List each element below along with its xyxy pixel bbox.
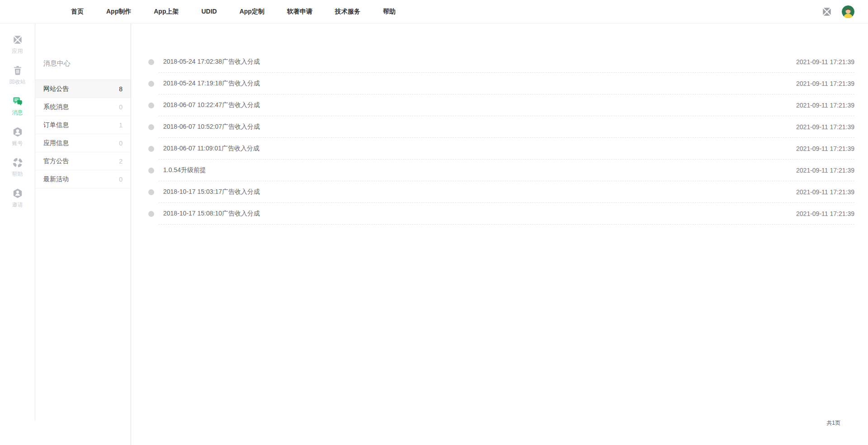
unread-dot-icon <box>148 81 154 87</box>
message-title: 2018-10-17 15:08:10广告收入分成 <box>163 210 260 218</box>
message-row[interactable]: 2018-10-17 15:08:10广告收入分成 2021-09-11 17:… <box>131 203 868 225</box>
sidebar-item-latest-activities[interactable]: 最新活动 0 <box>35 170 131 188</box>
message-icon <box>12 95 24 107</box>
message-row[interactable]: 2018-06-07 11:09:01广告收入分成 2021-09-11 17:… <box>131 138 868 159</box>
unread-dot-icon <box>148 211 154 217</box>
message-row[interactable]: 2018-05-24 17:02:38广告收入分成 2021-09-11 17:… <box>131 51 868 73</box>
unread-count-badge: 1 <box>119 122 123 129</box>
sidebar-item-label: 系统消息 <box>43 103 69 111</box>
message-title: 2018-06-07 10:52:07广告收入分成 <box>163 123 260 131</box>
nav-item-udid[interactable]: UDID <box>201 8 217 16</box>
message-row[interactable]: 2018-06-07 10:22:47广告收入分成 2021-09-11 17:… <box>131 94 868 116</box>
message-date: 2021-09-11 17:21:39 <box>796 188 854 196</box>
message-title: 2018-06-07 11:09:01广告收入分成 <box>163 145 259 153</box>
message-title: 2018-05-24 17:02:38广告收入分成 <box>163 58 260 66</box>
nav-item-app-make[interactable]: App制作 <box>106 8 131 16</box>
message-list: 2018-05-24 17:02:38广告收入分成 2021-09-11 17:… <box>131 23 868 225</box>
left-icon-rail: 应用 回收站 消息 账号 帮助 邀请 <box>0 23 35 420</box>
sidebar-item-system-messages[interactable]: 系统消息 0 <box>35 98 131 116</box>
avatar-icon <box>842 5 854 18</box>
rail-item-account[interactable]: 账号 <box>0 121 35 152</box>
top-navigation-bar: 首页 App制作 App上架 UDID App定制 软著申请 技术服务 帮助 <box>0 0 868 23</box>
rail-item-label: 邀请 <box>12 201 23 209</box>
sidebar-item-label: 网站公告 <box>43 85 69 93</box>
message-date: 2021-09-11 17:21:39 <box>796 80 854 87</box>
unread-count-badge: 0 <box>119 103 123 111</box>
account-icon <box>12 126 24 138</box>
invite-icon <box>12 187 24 199</box>
message-date: 2021-09-11 17:21:39 <box>796 58 854 66</box>
message-row[interactable]: 1.0.54升级前提 2021-09-11 17:21:39 <box>131 159 868 181</box>
message-list-panel: 2018-05-24 17:02:38广告收入分成 2021-09-11 17:… <box>131 23 868 445</box>
sidebar-title: 消息中心 <box>35 23 131 80</box>
rail-item-help[interactable]: 帮助 <box>0 152 35 183</box>
user-avatar[interactable] <box>842 5 854 18</box>
nav-item-app-publish[interactable]: App上架 <box>154 8 179 16</box>
sidebar-item-site-announcements[interactable]: 网站公告 8 <box>35 80 131 98</box>
rail-item-invite[interactable]: 邀请 <box>0 183 35 213</box>
message-title: 1.0.54升级前提 <box>163 166 206 174</box>
message-date: 2021-09-11 17:21:39 <box>796 102 854 109</box>
sidebar-item-official-announcements[interactable]: 官方公告 2 <box>35 152 131 170</box>
unread-count-badge: 8 <box>119 85 123 93</box>
unread-count-badge: 0 <box>119 140 123 147</box>
nav-item-app-custom[interactable]: App定制 <box>240 8 264 16</box>
topbar-right <box>821 5 854 18</box>
message-date: 2021-09-11 17:21:39 <box>796 167 854 174</box>
apps-grid-icon[interactable] <box>821 6 833 18</box>
message-row[interactable]: 2018-06-07 10:52:07广告收入分成 2021-09-11 17:… <box>131 116 868 138</box>
recycle-bin-icon <box>12 65 24 76</box>
unread-dot-icon <box>148 189 154 195</box>
nav-item-tech-service[interactable]: 技术服务 <box>335 8 360 16</box>
apps-icon <box>12 34 24 46</box>
main-nav: 首页 App制作 App上架 UDID App定制 软著申请 技术服务 帮助 <box>71 8 396 16</box>
sidebar-item-label: 应用信息 <box>43 139 69 147</box>
message-title: 2018-06-07 10:22:47广告收入分成 <box>163 101 260 109</box>
sidebar-item-order-info[interactable]: 订单信息 1 <box>35 116 131 134</box>
rail-item-label: 回收站 <box>9 78 26 86</box>
message-title: 2018-10-17 15:03:17广告收入分成 <box>163 188 260 196</box>
message-row[interactable]: 2018-10-17 15:03:17广告收入分成 2021-09-11 17:… <box>131 181 868 203</box>
message-date: 2021-09-11 17:21:39 <box>796 123 854 131</box>
sidebar-item-label: 官方公告 <box>43 157 69 165</box>
sidebar-item-app-info[interactable]: 应用信息 0 <box>35 134 131 152</box>
nav-item-help[interactable]: 帮助 <box>383 8 396 16</box>
pagination-total-pages: 共1页 <box>826 419 840 427</box>
message-date: 2021-09-11 17:21:39 <box>796 145 854 152</box>
message-center-sidebar: 消息中心 网站公告 8 系统消息 0 订单信息 1 应用信息 0 官方公告 2 … <box>35 23 131 445</box>
unread-dot-icon <box>148 103 154 108</box>
unread-dot-icon <box>148 124 154 130</box>
rail-item-label: 账号 <box>12 140 23 147</box>
unread-dot-icon <box>148 59 154 65</box>
help-icon <box>12 157 24 169</box>
unread-count-badge: 0 <box>119 176 123 183</box>
rail-item-label: 应用 <box>12 47 23 55</box>
sidebar-item-label: 最新活动 <box>43 175 69 183</box>
rail-item-label: 消息 <box>12 109 23 117</box>
rail-item-label: 帮助 <box>12 170 23 178</box>
rail-item-recycle-bin[interactable]: 回收站 <box>0 60 35 90</box>
nav-item-copyright[interactable]: 软著申请 <box>287 8 312 16</box>
unread-dot-icon <box>148 146 154 152</box>
sidebar-item-label: 订单信息 <box>43 121 69 129</box>
unread-dot-icon <box>148 168 154 173</box>
rail-item-apps[interactable]: 应用 <box>0 29 35 60</box>
message-date: 2021-09-11 17:21:39 <box>796 210 854 217</box>
unread-count-badge: 2 <box>119 158 123 165</box>
rail-item-messages[interactable]: 消息 <box>0 90 35 121</box>
nav-item-home[interactable]: 首页 <box>71 8 84 16</box>
message-row[interactable]: 2018-05-24 17:19:18广告收入分成 2021-09-11 17:… <box>131 73 868 94</box>
message-title: 2018-05-24 17:19:18广告收入分成 <box>163 80 260 88</box>
